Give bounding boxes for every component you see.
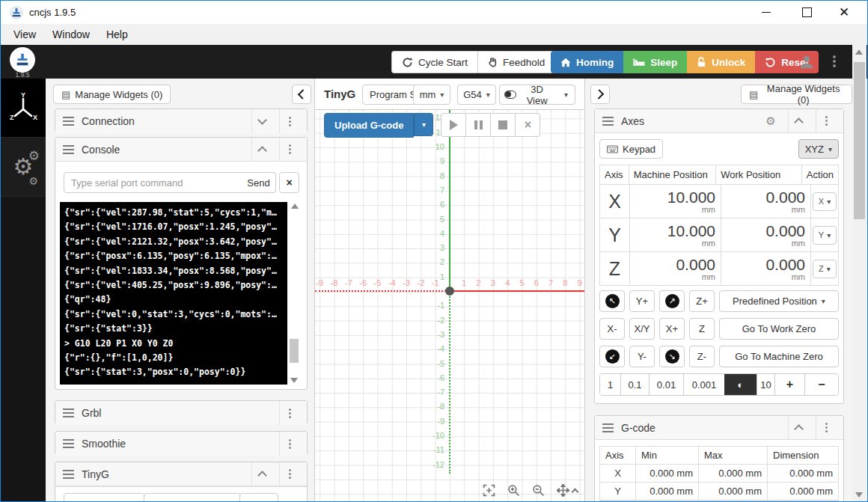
tinyg-collapse-button[interactable]: [251, 462, 272, 486]
keypad-button[interactable]: Keypad: [599, 139, 663, 159]
jog-xy-zero-button[interactable]: X/Y: [629, 318, 655, 340]
manage-widgets-button-right[interactable]: ▤ Manage Widgets (0): [741, 85, 852, 104]
window-scrollbar[interactable]: [852, 45, 867, 501]
drag-handle-icon[interactable]: [63, 412, 74, 414]
jog-y-minus-button[interactable]: Y-: [629, 346, 655, 367]
console-command-input[interactable]: [64, 172, 242, 193]
send-button[interactable]: Send: [242, 172, 276, 193]
jog-xy-up-left-button[interactable]: ↖: [599, 290, 625, 312]
predefined-position-dropdown[interactable]: Predefined Position ▾: [719, 290, 839, 312]
smoothie-menu-button[interactable]: [279, 432, 299, 456]
gcode-collapse-button[interactable]: [788, 416, 808, 439]
visualizer-canvas[interactable]: 121110987654321-1-2-3-4-5-6-7-8-9-10-11-…: [315, 109, 584, 501]
play-button[interactable]: [441, 113, 466, 137]
window-title: cncjs 1.9.5: [29, 7, 76, 18]
jog-z-zero-button[interactable]: Z: [689, 318, 715, 340]
axis-action-button[interactable]: X▾: [813, 192, 837, 211]
manage-widgets-button-left[interactable]: ▤ Manage Widgets (0): [53, 85, 171, 104]
rail-axes-item[interactable]: YZX: [1, 79, 46, 138]
jog-xy-down-right-button[interactable]: ↘: [659, 346, 685, 367]
scroll-down-icon[interactable]: [855, 492, 863, 498]
unlock-button[interactable]: Unlock: [687, 51, 755, 73]
go-to-work-zero-button[interactable]: Go To Work Zero: [719, 318, 839, 340]
jog-y-plus-button[interactable]: Y+: [629, 290, 655, 312]
header-menu-button[interactable]: [833, 60, 836, 63]
drag-handle-icon[interactable]: [63, 443, 74, 444]
drag-handle-icon[interactable]: [63, 149, 74, 150]
jog-x-plus-button[interactable]: X+: [659, 318, 685, 340]
account-button[interactable]: [798, 54, 815, 73]
connection-menu-button[interactable]: [279, 109, 299, 133]
drag-handle-icon[interactable]: [602, 427, 614, 429]
axis-action-button[interactable]: Z▾: [813, 260, 837, 278]
menu-view[interactable]: View: [5, 26, 44, 43]
scroll-up-icon[interactable]: [291, 203, 299, 209]
jog-xy-down-left-button[interactable]: ↙: [599, 346, 625, 367]
fit-view-icon[interactable]: [483, 484, 495, 497]
scroll-down-icon[interactable]: [290, 378, 298, 383]
zoom-in-icon[interactable]: [507, 484, 520, 497]
clear-console-button[interactable]: ×: [279, 172, 299, 193]
step-decrease-button[interactable]: −: [805, 374, 838, 395]
minimize-button[interactable]: [749, 1, 783, 23]
jog-step-button[interactable]: 0.01: [650, 374, 684, 395]
jog-z-plus-button[interactable]: Z+: [689, 290, 715, 312]
console-collapse-button[interactable]: [251, 138, 272, 161]
maximize-button[interactable]: [789, 1, 824, 23]
view-mode-button[interactable]: 3D View: [499, 85, 558, 105]
feedhold-button[interactable]: Feedhold: [477, 51, 555, 73]
upload-gcode-caret-button[interactable]: ▾: [414, 113, 433, 136]
stop-button[interactable]: [491, 113, 516, 137]
step-toggle-button[interactable]: ◐: [724, 374, 757, 395]
jog-x-minus-button[interactable]: X-: [599, 318, 625, 340]
menu-help[interactable]: Help: [98, 26, 136, 43]
axes-settings-button[interactable]: ⚙: [761, 109, 780, 132]
sleep-button[interactable]: Sleep: [623, 51, 687, 73]
tinyg-menu-button[interactable]: [279, 462, 299, 486]
tinyg-button-stub[interactable]: [239, 493, 278, 502]
zoom-out-icon[interactable]: [532, 484, 545, 497]
drag-handle-icon[interactable]: [602, 120, 614, 122]
upload-gcode-button[interactable]: Upload G-code: [324, 113, 414, 138]
go-to-machine-zero-button[interactable]: Go To Machine Zero: [719, 346, 839, 367]
scroll-up-icon[interactable]: [855, 49, 863, 55]
pan-icon[interactable]: [557, 484, 569, 497]
position-unit: mm: [702, 272, 715, 281]
axis-select-dropdown[interactable]: XYZ ▾: [798, 139, 839, 159]
close-gcode-button[interactable]: ×: [516, 113, 540, 137]
window-scroll-thumb[interactable]: [854, 62, 865, 219]
menu-window[interactable]: Window: [44, 26, 98, 43]
console-output[interactable]: {"sr":{"vel":287.98,"stat":5,"cycs":1,"m…: [60, 202, 287, 385]
axes-menu-button[interactable]: [816, 109, 836, 132]
grbl-menu-button[interactable]: [279, 401, 299, 425]
view-mode-caret-button[interactable]: ▾: [557, 85, 575, 105]
pause-button[interactable]: [466, 113, 491, 137]
tinyg-button-stub[interactable]: [64, 493, 145, 502]
console-menu-button[interactable]: [279, 138, 299, 161]
gcode-menu-button[interactable]: [816, 416, 836, 439]
connection-collapse-button[interactable]: [251, 109, 272, 133]
jog-z-minus-button[interactable]: Z-: [689, 346, 715, 367]
close-button[interactable]: ✕: [827, 1, 861, 23]
tinyg-button-stub[interactable]: [144, 493, 241, 502]
wcs-dropdown[interactable]: G54▾: [457, 85, 496, 105]
position-unit: mm: [702, 239, 715, 248]
rail-settings-item[interactable]: ⚙ ⚙ ⚙: [1, 138, 46, 197]
step-increase-button[interactable]: +: [775, 374, 805, 395]
jog-step-button[interactable]: 1: [600, 374, 621, 395]
expand-panel-button[interactable]: [590, 85, 610, 104]
cycle-start-button[interactable]: Cycle Start: [391, 51, 477, 73]
axes-collapse-button[interactable]: [788, 109, 808, 132]
jog-step-button[interactable]: 0.001: [684, 374, 724, 395]
axis-action-button[interactable]: Y▾: [813, 226, 837, 245]
drag-handle-icon[interactable]: [63, 474, 74, 475]
homing-button[interactable]: Homing: [551, 51, 623, 73]
caret-up-icon[interactable]: [572, 489, 579, 496]
jog-xy-up-right-button[interactable]: ↗: [659, 290, 685, 312]
units-dropdown[interactable]: mm▾: [413, 85, 450, 105]
drag-handle-icon[interactable]: [63, 120, 74, 122]
jog-step-button[interactable]: 0.1: [621, 374, 650, 395]
program-state-button[interactable]: Program S: [362, 85, 418, 105]
collapse-sidebar-button[interactable]: [292, 85, 311, 104]
console-scroll-thumb[interactable]: [290, 339, 299, 363]
